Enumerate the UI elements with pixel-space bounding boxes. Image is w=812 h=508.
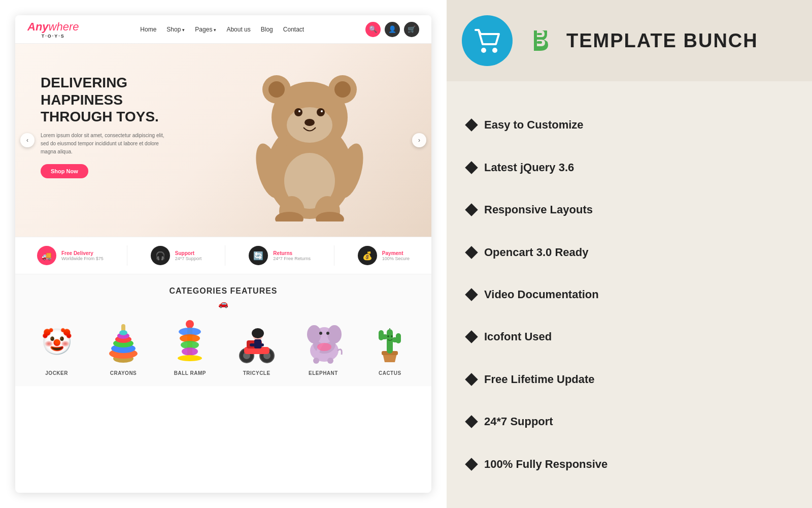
- search-button[interactable]: 🔍: [365, 22, 381, 37]
- cart-button[interactable]: 🛒: [404, 22, 419, 37]
- section-divider-icon: 🚗: [25, 299, 421, 308]
- svg-rect-42: [250, 343, 256, 346]
- returns-icon: 🔄: [249, 246, 268, 265]
- feature-divider-2: [225, 245, 225, 266]
- site-logo: Anywhere T·O·Y·S: [27, 20, 79, 39]
- category-ball-ramp[interactable]: BALL RAMP: [164, 316, 215, 376]
- carousel-left-arrow[interactable]: ‹: [20, 133, 35, 147]
- feature-row-5: Icofont Used: [467, 328, 792, 345]
- tb-brand-name: TEMPLATE BUNCH: [566, 30, 758, 52]
- bullet-5: [465, 331, 478, 343]
- feature-delivery-sub: Worldwide From $75: [61, 256, 104, 261]
- hero-content: DELIVERING HAPPINESS THROUGH TOYS. Lorem…: [41, 74, 193, 178]
- jocker-image: 🤡: [31, 316, 82, 367]
- svg-point-26: [119, 330, 127, 335]
- feature-payment-text: Payment 100% Secure: [382, 250, 410, 261]
- category-cactus[interactable]: CACTUS: [364, 316, 415, 376]
- category-crayons[interactable]: CRAYONS: [98, 316, 149, 376]
- bullet-1: [465, 161, 478, 174]
- nav-home[interactable]: Home: [140, 26, 156, 33]
- nav-about[interactable]: About us: [226, 26, 250, 33]
- feature-row-6: Free Lifetime Update: [467, 371, 792, 388]
- feature-returns-text: Returns 24*7 Free Returns: [273, 250, 311, 261]
- svg-rect-53: [327, 358, 333, 364]
- nav-blog[interactable]: Blog: [261, 26, 273, 33]
- site-nav: Home Shop Pages About us Blog Contact: [140, 26, 304, 33]
- svg-point-10: [298, 110, 300, 112]
- payment-icon: 💰: [358, 246, 377, 265]
- svg-rect-60: [396, 333, 401, 343]
- feature-payment-title: Payment: [382, 250, 410, 256]
- nav-shop[interactable]: Shop: [166, 26, 185, 33]
- svg-rect-56: [387, 329, 393, 354]
- features-list: Easy to Customize Latest jQuery 3.6 Resp…: [447, 81, 812, 508]
- feature-returns: 🔄 Returns 24*7 Free Returns: [249, 246, 311, 265]
- feature-row-3: Opencart 3.0 Ready: [467, 244, 792, 261]
- nav-pages[interactable]: Pages: [195, 26, 216, 33]
- feature-label-3: Opencart 3.0 Ready: [484, 246, 588, 259]
- right-panel: TEMPLATE BUNCH Easy to Customize Latest …: [447, 0, 812, 508]
- feature-delivery: 🚚 Free Delivery Worldwide From $75: [37, 246, 104, 265]
- svg-rect-43: [258, 343, 264, 346]
- bullet-8: [465, 458, 478, 470]
- bullet-3: [465, 246, 478, 259]
- hero-section: ‹ DELIVERING HAPPINESS THROUGH TOYS. Lor…: [15, 44, 431, 237]
- tb-logo-area: TEMPLATE BUNCH: [523, 23, 758, 58]
- feature-row-7: 24*7 Support: [467, 413, 792, 430]
- category-elephant[interactable]: ELEPHANT: [298, 316, 349, 376]
- svg-point-12: [304, 119, 315, 126]
- svg-point-65: [391, 335, 393, 337]
- feature-row-4: Video Documentation: [467, 286, 792, 303]
- svg-point-32: [182, 347, 198, 356]
- category-tricycle[interactable]: TRICYCLE: [231, 316, 282, 376]
- feature-delivery-title: Free Delivery: [61, 250, 104, 256]
- svg-point-9: [317, 108, 325, 116]
- feature-label-2: Responsive Layouts: [484, 203, 593, 216]
- feature-label-7: 24*7 Support: [484, 415, 553, 428]
- tb-header: TEMPLATE BUNCH: [447, 0, 812, 81]
- header-icons: 🔍 👤 🛒: [365, 22, 419, 37]
- cactus-label: CACTUS: [379, 370, 401, 376]
- logo-toys: T·O·Y·S: [27, 34, 79, 39]
- feature-delivery-text: Free Delivery Worldwide From $75: [61, 250, 104, 261]
- feature-returns-sub: 24*7 Free Returns: [273, 256, 311, 261]
- feature-row-0: Easy to Customize: [467, 116, 792, 134]
- feature-support-title: Support: [175, 250, 202, 256]
- crayons-label: CRAYONS: [110, 370, 137, 376]
- feature-support-sub: 24*7 Support: [175, 256, 202, 261]
- feature-support: 🎧 Support 24*7 Support: [151, 246, 202, 265]
- svg-rect-71: [537, 33, 542, 35]
- svg-point-11: [321, 110, 323, 112]
- feature-label-4: Video Documentation: [484, 288, 599, 301]
- feature-label-0: Easy to Customize: [484, 118, 584, 132]
- svg-point-44: [252, 328, 264, 338]
- hero-title: DELIVERING HAPPINESS THROUGH TOYS.: [41, 74, 193, 125]
- svg-point-8: [294, 108, 302, 116]
- support-icon: 🎧: [151, 246, 170, 265]
- svg-point-64: [387, 335, 389, 337]
- ball-ramp-image: [164, 316, 215, 367]
- category-jocker[interactable]: 🤡 JOCKER: [31, 316, 82, 376]
- svg-point-54: [317, 343, 331, 351]
- svg-point-48: [307, 325, 321, 343]
- svg-point-6: [334, 81, 351, 98]
- svg-point-4: [268, 81, 285, 98]
- carousel-right-arrow[interactable]: ›: [412, 133, 426, 147]
- bullet-6: [465, 373, 478, 386]
- svg-point-33: [178, 355, 202, 361]
- feature-row-2: Responsive Layouts: [467, 201, 792, 218]
- tricycle-image: [231, 316, 282, 367]
- user-button[interactable]: 👤: [385, 22, 400, 37]
- hero-bear-image: [228, 49, 391, 232]
- bullet-7: [465, 415, 478, 428]
- feature-label-1: Latest jQuery 3.6: [484, 161, 574, 174]
- tb-cart-icon: [462, 15, 513, 66]
- feature-divider-3: [334, 245, 334, 266]
- svg-point-50: [319, 332, 322, 335]
- shop-now-button[interactable]: Shop Now: [41, 164, 88, 178]
- nav-contact[interactable]: Contact: [283, 26, 304, 33]
- jocker-label: JOCKER: [45, 370, 68, 376]
- svg-rect-58: [379, 330, 384, 340]
- svg-rect-70: [534, 30, 537, 51]
- feature-label-6: Free Lifetime Update: [484, 373, 595, 386]
